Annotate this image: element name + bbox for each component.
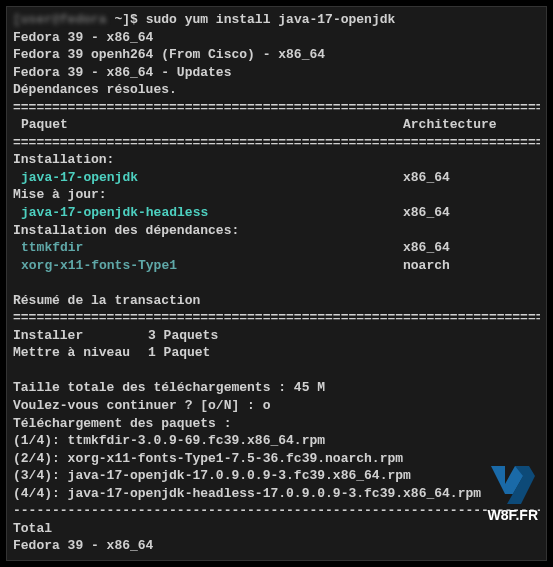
watermark-text: W8F.FR: [487, 506, 538, 525]
header-package: Paquet: [13, 116, 403, 134]
package-row: xorg-x11-fonts-Type1 noarch: [13, 257, 540, 275]
package-name: java-17-openjdk: [13, 169, 403, 187]
prompt-line: [user@fedora ~]$ sudo yum install java-1…: [13, 11, 540, 29]
download-item: (4/4): java-17-openjdk-headless-17.0.9.0…: [13, 485, 540, 503]
prompt-user: [user@fedora: [13, 12, 107, 27]
download-item: (1/4): ttmkfdir-3.0.9-69.fc39.x86_64.rpm: [13, 432, 540, 450]
repo-line: Fedora 39 - x86_64: [13, 29, 540, 47]
package-row: ttmkfdir x86_64: [13, 239, 540, 257]
dash-divider: ----------------------------------------…: [13, 502, 540, 520]
footer-total: Total: [13, 520, 540, 538]
prompt-loc: ~]$: [114, 12, 145, 27]
summary-value: 3 Paquets: [148, 327, 218, 345]
prompt-command: sudo yum install java-17-openjdk: [146, 12, 396, 27]
summary-title: Résumé de la transaction: [13, 292, 540, 310]
download-item: (2/4): xorg-x11-fonts-Type1-7.5-36.fc39.…: [13, 450, 540, 468]
summary-install: Installer 3 Paquets: [13, 327, 540, 345]
section-deps: Installation des dépendances:: [13, 222, 540, 240]
header-arch: Architecture: [403, 116, 497, 134]
package-name: xorg-x11-fonts-Type1: [13, 257, 403, 275]
repo-line: Fedora 39 - x86_64 - Updates: [13, 64, 540, 82]
summary-label: Mettre à niveau: [13, 344, 148, 362]
terminal-window[interactable]: [user@fedora ~]$ sudo yum install java-1…: [6, 6, 547, 561]
divider: ========================================…: [13, 134, 540, 152]
package-arch: noarch: [403, 257, 450, 275]
download-item: (3/4): java-17-openjdk-17.0.9.0.9-3.fc39…: [13, 467, 540, 485]
table-header: Paquet Architecture: [13, 116, 540, 134]
deps-resolved: Dépendances résolues.: [13, 81, 540, 99]
watermark-logo-icon: [491, 466, 535, 504]
watermark: W8F.FR: [487, 466, 538, 525]
section-upgrade: Mise à jour:: [13, 186, 540, 204]
summary-upgrade: Mettre à niveau 1 Paquet: [13, 344, 540, 362]
repo-line: Fedora 39 openh264 (From Cisco) - x86_64: [13, 46, 540, 64]
summary-value: 1 Paquet: [148, 344, 210, 362]
confirm-prompt: Voulez-vous continuer ? [o/N] : o: [13, 397, 540, 415]
section-install: Installation:: [13, 151, 540, 169]
package-row: java-17-openjdk-headless x86_64: [13, 204, 540, 222]
summary-label: Installer: [13, 327, 148, 345]
divider: ========================================…: [13, 309, 540, 327]
package-arch: x86_64: [403, 239, 450, 257]
download-heading: Téléchargement des paquets :: [13, 415, 540, 433]
footer-repo: Fedora 39 - x86_64: [13, 537, 540, 555]
download-total: Taille totale des téléchargements : 45 M: [13, 379, 540, 397]
package-name: java-17-openjdk-headless: [13, 204, 403, 222]
package-arch: x86_64: [403, 169, 450, 187]
package-row: java-17-openjdk x86_64: [13, 169, 540, 187]
divider: ========================================…: [13, 99, 540, 117]
package-arch: x86_64: [403, 204, 450, 222]
package-name: ttmkfdir: [13, 239, 403, 257]
